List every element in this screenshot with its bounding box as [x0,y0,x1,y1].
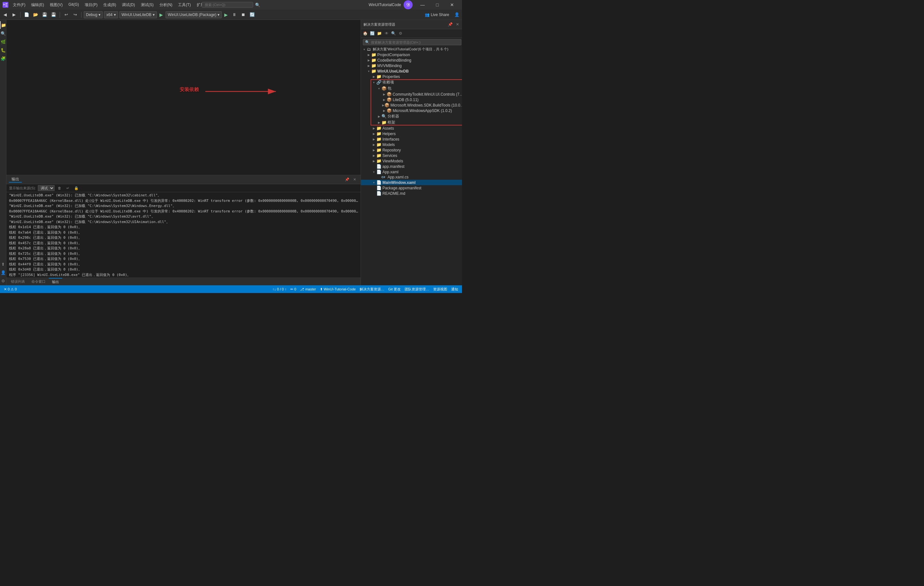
tree-dependencies[interactable]: ▾ 🔗 依赖项 [361,79,462,85]
activity-extensions[interactable]: 🧩 [0,54,7,62]
tree-helpers[interactable]: ▶ 📁 Helpers [361,131,462,136]
tree-mainwindow[interactable]: ▾ 📄 MainWindow.xaml [361,180,462,185]
se-refresh-button[interactable]: 🔄 [369,30,376,36]
bottom-tab-commands[interactable]: 命令窗口 [28,278,49,286]
save-button[interactable]: 💾 [41,11,48,19]
tree-codebehind[interactable]: ▶ 📁 CodeBehindBinding [361,58,462,63]
se-show-all-button[interactable]: 👁 [383,30,390,36]
menu-build[interactable]: 生成(B) [101,1,119,9]
tree-projectcomparison[interactable]: ▶ 📁 ProjectComparison [361,52,462,58]
status-solution-explorer-tab[interactable]: 解决方案资源… [358,287,386,292]
se-close-button[interactable]: ✕ [454,21,461,28]
tree-appmanifest[interactable]: ▶ 📄 app.manifest [361,163,462,169]
live-share-button[interactable]: 👥 Live Share [422,13,452,17]
menu-test[interactable]: 测试(S) [138,1,156,9]
new-file-button[interactable]: 📄 [23,11,30,19]
se-home-button[interactable]: 🏠 [362,30,369,36]
tree-readme[interactable]: ▶ 📄 README.md [361,191,462,196]
user-avatar[interactable]: 张 [404,0,412,9]
menu-view[interactable]: 视图(V) [47,1,65,9]
tree-appxaml[interactable]: ▾ 📄 App.xaml [361,169,462,175]
status-line-info[interactable]: ↑↓ 0 / 0 ↑ [271,287,288,292]
tree-winuilite[interactable]: ▾ 📁 WinUI.UseLiteDB [361,68,462,74]
activity-settings[interactable]: ⚙ [0,277,7,285]
maximize-button[interactable]: □ [430,0,445,10]
menu-tools[interactable]: 工具(T) [175,1,193,9]
output-source-select[interactable]: 调试 [38,185,54,191]
tree-analyzer[interactable]: ▶ 🔍 分析器 [361,113,462,119]
start-button[interactable]: ▶ [223,12,229,17]
se-pin-button[interactable]: 📌 [447,21,454,28]
project-dropdown[interactable]: WinUI.UseLiteDB ▾ [119,11,157,18]
save-all-button[interactable]: 💾 [50,11,58,19]
output-pin-button[interactable]: 📌 [344,177,350,183]
tree-mswindowsappsdk[interactable]: ▶ 📦 Microsoft.WindowsAppSDK (1.0.2) [361,108,462,113]
tree-mswinsdk[interactable]: ▶ 📦 Microsoft.Windows.SDK.BuildTools (10… [361,102,462,108]
activity-account[interactable]: 👤 [0,269,7,276]
status-notifications-tab[interactable]: 通知 [450,287,459,292]
se-search-input[interactable] [371,40,459,44]
se-settings-button[interactable]: ⚙ [398,30,404,36]
forward-button[interactable]: ▶ [10,11,18,19]
editor-area[interactable] [7,20,361,175]
status-project[interactable]: ⬆ WinUI-Tutorial-Code [318,287,357,292]
tree-appxamlcs[interactable]: ▶ C# App.xaml.cs [361,175,462,180]
tree-viewmodels[interactable]: ▶ 📁 ViewModels [361,158,462,163]
activity-live-share[interactable]: ⬆ [0,260,7,268]
activity-git[interactable]: 🌿 [0,38,7,46]
status-branch[interactable]: ⎇ master [299,287,317,292]
tree-solution[interactable]: ▾ 🗂 解决方案'WinUITutorialCode'(6 个项目，共 6 个) [361,46,462,52]
tree-services[interactable]: ▶ 📁 Services [361,153,462,158]
run-target-dropdown[interactable]: WinUI.UseLiteDB (Package) ▾ [165,11,222,18]
tree-framework[interactable]: ▶ 📁 框架 [361,119,462,125]
menu-file[interactable]: 文件(F) [10,1,28,9]
menu-analyze[interactable]: 分析(N) [157,1,175,9]
status-git-changes-tab[interactable]: Git 更改 [387,287,402,292]
pause-button[interactable]: ⏸ [230,11,238,19]
open-file-button[interactable]: 📂 [32,11,40,19]
menu-project[interactable]: 项目(P) [82,1,100,9]
output-lock-button[interactable]: 🔒 [73,185,79,191]
tree-repository[interactable]: ▶ 📁 Repository [361,147,462,153]
restart-button[interactable]: 🔄 [248,11,256,19]
tree-packagemanifest[interactable]: ▶ 📄 Package.appxmanifest [361,185,462,191]
output-content[interactable]: "WinUI.UseLiteDB.exe" (Win32): 已加载 "C:\W… [7,192,361,277]
run-button[interactable]: ▶ [158,12,164,17]
output-clear-button[interactable]: 🗑 [56,185,63,191]
stop-button[interactable]: ⏹ [239,11,247,19]
status-resource-view-tab[interactable]: 资源视图 [432,287,449,292]
status-errors[interactable]: ✕ 0 ⚠ 0 [3,287,18,291]
back-button[interactable]: ◀ [1,11,9,19]
se-collapse-button[interactable]: 📁 [376,30,383,36]
se-filter-button[interactable]: 🔍 [391,30,397,36]
redo-button[interactable]: ↪ [71,11,79,19]
status-pencil[interactable]: ✏ 0 [289,287,297,292]
output-tab-output[interactable]: 输出 [9,177,22,183]
activity-explorer[interactable]: 📁 [0,21,7,29]
global-search-input[interactable] [202,2,253,8]
minimize-button[interactable]: — [415,0,430,10]
tree-packages[interactable]: ▾ 📦 包 [361,85,462,91]
status-team-explorer-tab[interactable]: 团队资源管理… [403,287,431,292]
undo-button[interactable]: ↩ [62,11,70,19]
tree-models[interactable]: ▶ 📁 Models [361,142,462,147]
tree-litedb[interactable]: ▶ 📦 LiteDB (5.0.11) [361,97,462,102]
bottom-tab-output[interactable]: 输出 [49,278,62,286]
activity-debug[interactable]: 🐛 [0,46,7,54]
tree-mvvm[interactable]: ▶ 📁 MVVMBinding [361,63,462,68]
menu-debug[interactable]: 调试(D) [119,1,138,9]
debug-config-dropdown[interactable]: Debug ▾ [84,11,103,18]
tree-communitytoolkit[interactable]: ▶ 📦 CommunityToolkit.WinUI.UI.Controls (… [361,91,462,97]
feedback-button[interactable]: 👤 [453,11,461,19]
tree-assets[interactable]: ▶ 📁 Assets [361,125,462,131]
output-word-wrap-button[interactable]: ↵ [65,185,71,191]
menu-edit[interactable]: 编辑(E) [28,1,46,9]
tree-properties[interactable]: ▶ 📁 Properties [361,74,462,79]
tree-interfaces[interactable]: ▶ 📁 Interfaces [361,136,462,142]
bottom-tab-errors[interactable]: 错误列表 [8,278,28,286]
platform-dropdown[interactable]: x64 ▾ [104,11,118,18]
output-close-button[interactable]: ✕ [351,177,358,183]
activity-search[interactable]: 🔍 [0,30,7,37]
menu-git[interactable]: Git(G) [66,1,81,9]
close-button[interactable]: ✕ [445,0,459,10]
